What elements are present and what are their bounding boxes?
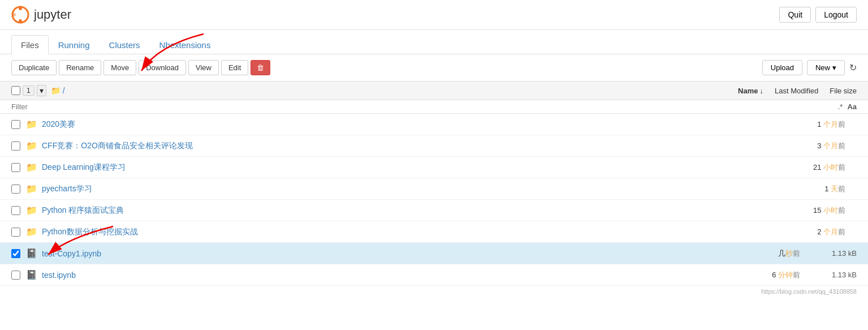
file-size-header: File size bbox=[830, 87, 857, 95]
count-dropdown-icon[interactable]: ▾ bbox=[37, 85, 46, 96]
table-row: 📁pyecharts学习1 天前 bbox=[0, 178, 868, 200]
logo: jupyter bbox=[11, 6, 71, 24]
file-checkbox[interactable] bbox=[11, 249, 20, 258]
table-row: 📓test-Copy1.ipynb几秒前1.13 kB bbox=[0, 243, 868, 264]
tab-files[interactable]: Files bbox=[11, 35, 49, 54]
sort-area: Name ↓ Last Modified File size bbox=[738, 87, 857, 95]
logout-button[interactable]: Logout bbox=[815, 7, 857, 23]
file-size: 1.13 kB bbox=[811, 271, 857, 279]
duplicate-button[interactable]: Duplicate bbox=[11, 60, 57, 75]
table-row: 📁Python数据分析与挖掘实战2 个月前 bbox=[0, 221, 868, 243]
sort-name-icon: ↓ bbox=[759, 87, 763, 95]
edit-button[interactable]: Edit bbox=[221, 60, 248, 75]
rename-button[interactable]: Rename bbox=[59, 60, 101, 75]
folder-icon: 📁 bbox=[26, 183, 37, 194]
filter-row: .* Aa bbox=[0, 100, 868, 114]
table-row: 📁Deep Learning课程学习21 小时前 bbox=[0, 157, 868, 178]
file-name[interactable]: Deep Learning课程学习 bbox=[42, 162, 755, 173]
file-checkbox[interactable] bbox=[11, 228, 20, 237]
quit-button[interactable]: Quit bbox=[779, 7, 811, 23]
notebook-icon: 📓 bbox=[26, 248, 37, 259]
breadcrumb-slash: / bbox=[63, 86, 65, 95]
new-dropdown-icon: ▾ bbox=[832, 63, 836, 72]
filter-case-button[interactable]: Aa bbox=[847, 102, 857, 111]
breadcrumb-row: 1 ▾ 📁 / Name ↓ Last Modified File size bbox=[0, 81, 868, 100]
tabs-bar: Files Running Clusters Nbextensions bbox=[0, 35, 868, 54]
new-button[interactable]: New ▾ bbox=[807, 60, 845, 75]
file-modified: 3 个月前 bbox=[755, 141, 857, 151]
header-buttons: Quit Logout bbox=[779, 7, 857, 23]
delete-button[interactable]: 🗑 bbox=[251, 60, 270, 75]
notebook-icon: 📓 bbox=[26, 269, 37, 280]
file-name[interactable]: Python 程序猿面试宝典 bbox=[42, 205, 755, 216]
watermark: https://blog.csdn.net/qq_43108858 bbox=[0, 286, 868, 297]
file-name[interactable]: test-Copy1.ipynb bbox=[42, 249, 710, 258]
toolbar: Duplicate Rename Move Download View Edit… bbox=[0, 54, 868, 81]
toolbar-left: Duplicate Rename Move Download View Edit… bbox=[11, 60, 270, 75]
new-label: New bbox=[815, 63, 830, 72]
file-name[interactable]: Python数据分析与挖掘实战 bbox=[42, 227, 755, 237]
table-row: 📁Python 程序猿面试宝典15 小时前 bbox=[0, 200, 868, 221]
selected-count-badge: 1 bbox=[23, 85, 34, 96]
file-list: 📁2020美赛1 个月前📁CFF竞赛：O2O商铺食品安全相关评论发现3 个月前📁… bbox=[0, 114, 868, 286]
tab-nbextensions[interactable]: Nbextensions bbox=[150, 35, 221, 54]
file-checkbox[interactable] bbox=[11, 271, 20, 280]
table-row: 📁CFF竞赛：O2O商铺食品安全相关评论发现3 个月前 bbox=[0, 135, 868, 157]
file-modified: 几秒前 bbox=[710, 248, 811, 259]
folder-icon: 📁 bbox=[26, 205, 37, 216]
file-checkbox[interactable] bbox=[11, 142, 20, 151]
file-modified: 21 小时前 bbox=[755, 162, 857, 173]
file-modified: 1 天前 bbox=[755, 184, 857, 194]
file-modified: 6 分钟前 bbox=[710, 270, 811, 280]
file-checkbox[interactable] bbox=[11, 206, 20, 215]
refresh-button[interactable]: ↻ bbox=[849, 62, 857, 73]
view-button[interactable]: View bbox=[188, 60, 219, 75]
file-checkbox[interactable] bbox=[11, 163, 20, 172]
tab-running[interactable]: Running bbox=[49, 35, 100, 54]
file-name[interactable]: pyecharts学习 bbox=[42, 184, 755, 194]
file-modified: 15 小时前 bbox=[755, 205, 857, 216]
breadcrumb-folder-icon: 📁 bbox=[51, 86, 61, 95]
file-size: 1.13 kB bbox=[811, 249, 857, 258]
folder-icon: 📁 bbox=[26, 162, 37, 173]
file-checkbox[interactable] bbox=[11, 185, 20, 194]
folder-icon: 📁 bbox=[26, 119, 37, 130]
upload-button[interactable]: Upload bbox=[762, 60, 802, 75]
folder-icon: 📁 bbox=[26, 226, 37, 237]
toolbar-right: Upload New ▾ ↻ bbox=[762, 60, 857, 75]
header: jupyter Quit Logout bbox=[0, 0, 868, 30]
download-button[interactable]: Download bbox=[139, 60, 186, 75]
select-all-checkbox[interactable] bbox=[11, 86, 20, 95]
breadcrumb-controls: 1 ▾ bbox=[11, 85, 46, 96]
table-row: 📓test.ipynb6 分钟前1.13 kB bbox=[0, 264, 868, 286]
logo-text: jupyter bbox=[34, 7, 71, 22]
tab-clusters[interactable]: Clusters bbox=[100, 35, 150, 54]
jupyter-logo-icon bbox=[11, 6, 29, 24]
filter-input[interactable] bbox=[11, 102, 834, 111]
file-name[interactable]: 2020美赛 bbox=[42, 119, 755, 130]
svg-point-1 bbox=[19, 7, 22, 10]
file-checkbox[interactable] bbox=[11, 120, 20, 129]
trash-icon: 🗑 bbox=[257, 63, 264, 72]
folder-icon: 📁 bbox=[26, 140, 37, 151]
file-modified: 2 个月前 bbox=[755, 227, 857, 237]
file-modified: 1 个月前 bbox=[755, 119, 857, 130]
last-modified-header[interactable]: Last Modified bbox=[775, 87, 818, 95]
svg-point-3 bbox=[12, 13, 16, 16]
file-name[interactable]: CFF竞赛：O2O商铺食品安全相关评论发现 bbox=[42, 141, 755, 151]
file-name[interactable]: test.ipynb bbox=[42, 271, 710, 280]
sort-name-button[interactable]: Name ↓ bbox=[738, 87, 763, 95]
sort-name-label: Name bbox=[738, 87, 758, 95]
breadcrumb-path[interactable]: 📁 / bbox=[51, 86, 65, 95]
table-row: 📁2020美赛1 个月前 bbox=[0, 114, 868, 135]
svg-point-2 bbox=[19, 19, 22, 23]
app-container: jupyter Quit Logout Files Running Cluste… bbox=[0, 0, 868, 297]
filter-regex-button[interactable]: .* bbox=[838, 102, 843, 111]
move-button[interactable]: Move bbox=[103, 60, 136, 75]
